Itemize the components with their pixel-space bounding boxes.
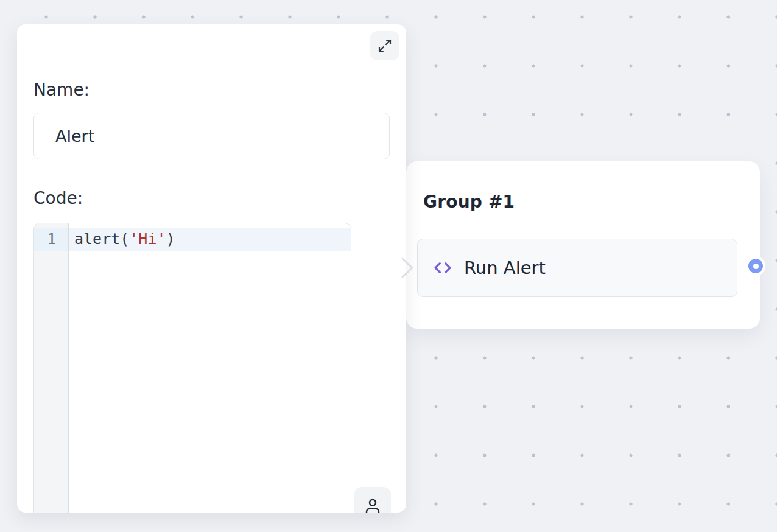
node-run-alert[interactable]: Run Alert xyxy=(417,239,737,297)
code-token: ) xyxy=(166,230,175,248)
name-input[interactable] xyxy=(33,113,390,159)
code-label: Code: xyxy=(33,186,390,211)
person-icon xyxy=(364,497,382,513)
code-editor-gutter: 1 xyxy=(34,223,69,513)
node-label: Run Alert xyxy=(464,257,546,278)
name-label: Name: xyxy=(33,78,390,102)
connection-handle-hole xyxy=(753,264,759,269)
expand-diagonal-icon xyxy=(378,38,392,53)
code-editor-content[interactable]: alert('Hi') xyxy=(69,223,351,513)
editor-panel: Name: Code: 1 alert('Hi') xyxy=(17,24,406,513)
expand-button[interactable] xyxy=(370,31,399,60)
code-line: alert('Hi') xyxy=(69,228,351,251)
string-token: 'Hi' xyxy=(129,230,166,248)
line-number: 1 xyxy=(34,228,68,251)
group-title: Group #1 xyxy=(423,192,515,212)
group-card[interactable]: Group #1 Run Alert xyxy=(406,161,760,329)
code-token: alert( xyxy=(74,230,129,248)
connection-handle[interactable] xyxy=(748,259,763,273)
flow-canvas[interactable]: Group #1 Run Alert xyxy=(0,0,777,532)
code-editor[interactable]: 1 alert('Hi') xyxy=(33,223,351,513)
code-icon xyxy=(433,258,452,278)
user-button[interactable] xyxy=(354,487,391,513)
